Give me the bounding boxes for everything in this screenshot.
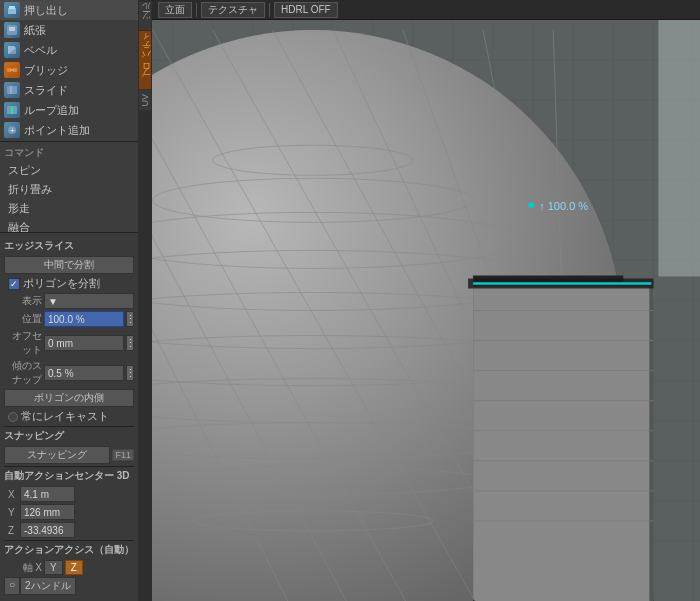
offset-drag-handle[interactable]: ⋮ <box>126 335 134 351</box>
position-drag-handle[interactable]: ⋮ <box>126 311 134 327</box>
y-row: Y 126 mm <box>4 504 134 520</box>
tool-bridge-label: ブリッジ <box>24 63 68 78</box>
tool-point-add-label: ポイント追加 <box>24 123 90 138</box>
cmd-shape-label: 形走 <box>8 201 30 216</box>
slope-snap-row: 傾のスナップ 0.5 % ⋮ <box>4 359 134 387</box>
top-bar-sep-1 <box>196 3 197 17</box>
poly-divide-checkbox[interactable]: ✓ <box>8 278 20 290</box>
point-add-icon: + <box>4 122 20 138</box>
svg-text:+: + <box>10 126 15 135</box>
edge-slice-title: エッジスライス <box>4 239 134 253</box>
poly-divide-row: ✓ ポリゴンを分割 <box>4 276 134 291</box>
texture-btn[interactable]: テクスチャ <box>201 2 265 18</box>
raycast-radio[interactable] <box>8 412 18 422</box>
grid-background: ↑ 100.0 % <box>152 20 700 601</box>
axis-x-label: 軸 X <box>4 561 42 575</box>
sidebar-main: 押し出し 紙張 ベベル <box>0 0 138 601</box>
action-center-title: 自動アクションセンター 3D <box>4 469 134 483</box>
cmd-merge[interactable]: 融合 <box>0 218 138 232</box>
divide-button[interactable]: 中間で分割 <box>4 256 134 274</box>
sidebar-tools: 押し出し 紙張 ベベル <box>0 0 138 232</box>
cmd-fold-label: 折り畳み <box>8 182 52 197</box>
paper-icon <box>4 22 20 38</box>
cmd-merge-label: 融合 <box>8 220 30 232</box>
slide-icon <box>4 82 20 98</box>
loop-add-icon <box>4 102 20 118</box>
offset-value[interactable]: 0 mm <box>44 335 124 351</box>
tool-loop-add[interactable]: ループ追加 <box>0 100 138 120</box>
svg-rect-9 <box>10 69 14 71</box>
z-value[interactable]: -33.4936 <box>20 522 75 538</box>
x-axis-label: X <box>8 489 18 500</box>
position-label: 位置 <box>4 312 42 326</box>
handles-radio[interactable]: ○ <box>4 577 20 595</box>
snapping-title: スナッピング <box>4 429 134 443</box>
cmd-shape[interactable]: 形走 <box>0 199 138 218</box>
svg-text:↑ 100.0 %: ↑ 100.0 % <box>539 200 588 212</box>
tool-bevel[interactable]: ベベル <box>0 40 138 60</box>
slope-snap-drag-handle[interactable]: ⋮ <box>126 365 134 381</box>
divide-row: 中間で分割 <box>4 256 134 274</box>
top-bar: 立面 テクスチャ HDRL OFF <box>152 0 700 20</box>
action-axis-title: アクションアクシス（自動） <box>4 543 134 557</box>
raycast-label: 常にレイキャスト <box>21 409 109 424</box>
tool-slide[interactable]: スライド <box>0 80 138 100</box>
z-row: Z -33.4936 <box>4 522 134 538</box>
snapping-row: スナッピング F11 <box>4 446 134 464</box>
svg-rect-69 <box>649 282 653 601</box>
svg-rect-67 <box>473 282 653 601</box>
vert-tab-tools[interactable]: ツール <box>139 2 151 30</box>
z-axis-button[interactable]: Z <box>65 560 83 575</box>
tool-paper[interactable]: 紙張 <box>0 20 138 40</box>
vert-tab-uv[interactable]: UV <box>139 90 151 111</box>
section-divider-3 <box>4 466 134 467</box>
sidebar: 押し出し 紙張 ベベル <box>0 0 152 601</box>
view-btn[interactable]: 立面 <box>158 2 192 18</box>
bevel-icon <box>4 42 20 58</box>
handles-button[interactable]: 2ハンドル <box>20 577 76 595</box>
hdrl-btn[interactable]: HDRL OFF <box>274 2 338 18</box>
tool-extrude-label: 押し出し <box>24 3 68 18</box>
slope-snap-label: 傾のスナップ <box>4 359 42 387</box>
viewport-canvas: ↑ 100.0 % <box>152 20 700 601</box>
display-value: ▼ <box>44 293 134 309</box>
position-row: 位置 100.0 % ⋮ <box>4 311 134 327</box>
inner-button[interactable]: ポリゴンの内側 <box>4 389 134 407</box>
axis-row: 軸 X Y Z <box>4 560 134 575</box>
tool-paper-label: 紙張 <box>24 23 46 38</box>
poly-divide-label: ポリゴンを分割 <box>23 276 100 291</box>
section-divider-2 <box>4 426 134 427</box>
handles-row: ○ 2ハンドル <box>4 577 134 595</box>
tool-point-add[interactable]: + ポイント追加 <box>0 120 138 140</box>
section-divider-1 <box>0 141 138 142</box>
snapping-key: F11 <box>112 449 134 461</box>
tool-slide-label: スライド <box>24 83 68 98</box>
cmd-fold[interactable]: 折り畳み <box>0 180 138 199</box>
bottom-panel: エッジスライス 中間で分割 ✓ ポリゴンを分割 表示 ▼ 位置 100.0 % <box>0 232 138 601</box>
bridge-icon <box>4 62 20 78</box>
main-container: 押し出し 紙張 ベベル <box>0 0 700 601</box>
snapping-button[interactable]: スナッピング <box>4 446 110 464</box>
x-row: X 4.1 m <box>4 486 134 502</box>
top-bar-sep-2 <box>269 3 270 17</box>
cmd-spin[interactable]: スピン <box>0 161 138 180</box>
tool-extrude[interactable]: 押し出し <box>0 0 138 20</box>
cmd-spin-label: スピン <box>8 163 41 178</box>
position-value[interactable]: 100.0 % <box>44 311 124 327</box>
y-axis-button[interactable]: Y <box>44 560 63 575</box>
extrude-icon <box>4 2 20 18</box>
viewport[interactable]: 立面 テクスチャ HDRL OFF <box>152 0 700 601</box>
inner-btn-row: ポリゴンの内側 <box>4 389 134 407</box>
x-value[interactable]: 4.1 m <box>20 486 75 502</box>
z-axis-label: Z <box>8 525 18 536</box>
vert-tabs: ツール プロパティ UV <box>138 0 152 601</box>
display-dropdown[interactable]: ▼ <box>48 296 130 307</box>
svg-rect-1 <box>9 6 15 9</box>
tool-bridge[interactable]: ブリッジ <box>0 60 138 80</box>
section-divider-4 <box>4 540 134 541</box>
y-value[interactable]: 126 mm <box>20 504 75 520</box>
3d-scene-svg: ↑ 100.0 % <box>152 20 700 601</box>
display-label: 表示 <box>4 294 42 308</box>
vert-tab-properties[interactable]: プロパティ <box>139 31 151 89</box>
slope-snap-value[interactable]: 0.5 % <box>44 365 124 381</box>
